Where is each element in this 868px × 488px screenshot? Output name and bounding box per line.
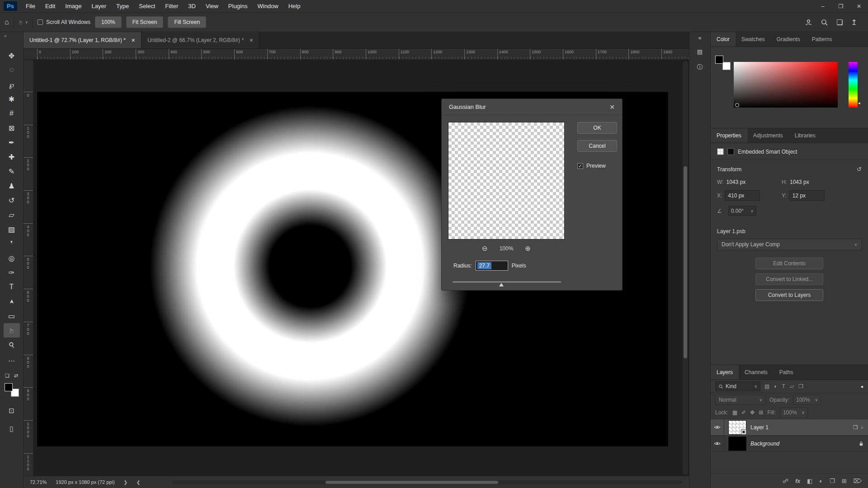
move-tool[interactable]: ✥	[4, 48, 20, 63]
layer-name[interactable]: Layer 1	[750, 424, 769, 431]
close-tab-icon[interactable]: ✕	[131, 38, 135, 43]
slider-thumb[interactable]	[499, 283, 504, 286]
brush-tool[interactable]: ✎	[4, 164, 20, 178]
lock-paint-icon[interactable]: ✐	[741, 409, 746, 416]
cancel-button[interactable]: Cancel	[577, 140, 617, 152]
crop-tool[interactable]: #	[4, 106, 20, 121]
workspace-icon[interactable]: ❏	[836, 18, 843, 27]
menu-item[interactable]: 3D	[183, 0, 201, 12]
layer-comp-select[interactable]: Don't Apply Layer Comp ∨	[717, 239, 862, 250]
menu-item[interactable]: Edit	[40, 0, 60, 12]
dialog-titlebar[interactable]: Gaussian Blur ✕	[442, 99, 622, 115]
more-tools-button[interactable]: …	[4, 352, 20, 366]
color-picker-cursor[interactable]	[735, 103, 739, 107]
fill-screen-button[interactable]: Fill Screen	[168, 16, 206, 28]
toolbar-toggle-icon[interactable]: »	[0, 32, 7, 38]
ok-button[interactable]: OK	[577, 122, 617, 134]
scroll-left-icon[interactable]: ❮	[137, 480, 140, 485]
eraser-tool[interactable]: ▱	[4, 207, 20, 222]
chevron-down-icon[interactable]: ∨	[750, 209, 754, 213]
layer-thumbnail[interactable]	[728, 436, 746, 451]
menu-item[interactable]: Window	[252, 0, 283, 12]
zoom-level-field[interactable]: 72.71%	[30, 479, 47, 485]
panel-tab[interactable]: Gradients	[771, 32, 806, 47]
reset-transform-icon[interactable]: ↺	[857, 166, 862, 173]
scroll-all-windows-checkbox[interactable]: Scroll All Windows	[38, 19, 90, 25]
menu-item[interactable]: File	[21, 0, 40, 12]
eyedropper-tool[interactable]: ✒	[4, 135, 20, 150]
hue-slider-marker[interactable]: ◂	[858, 101, 860, 105]
layer-effects-icon[interactable]: fx	[795, 478, 800, 484]
chevron-down-icon[interactable]: ∨	[860, 425, 863, 430]
panel-tab[interactable]: Paths	[774, 365, 799, 380]
minimize-button[interactable]: –	[814, 0, 832, 13]
foreground-color-chip[interactable]	[5, 383, 13, 391]
horizontal-scrollbar[interactable]	[173, 480, 682, 484]
filter-kind-select[interactable]: Kind ∨	[715, 381, 760, 391]
saturation-brightness-picker[interactable]	[734, 62, 838, 108]
document-tab-2[interactable]: Untitled-2 @ 66.7% (Layer 2, RGB/8#) * ✕	[142, 32, 259, 48]
lock-artboard-icon[interactable]: ⊞	[759, 409, 763, 416]
opacity-field[interactable]: 100% ∨	[793, 395, 821, 405]
add-mask-icon[interactable]: ◧	[807, 478, 812, 484]
edit-contents-button[interactable]: Edit Contents	[755, 258, 823, 269]
color-panel-chips[interactable]	[715, 56, 731, 70]
panel-tab[interactable]: Adjustments	[747, 128, 789, 143]
filter-shape-icon[interactable]: ▱	[790, 383, 794, 389]
convert-to-linked-button[interactable]: Convert to Linked...	[755, 273, 823, 285]
quick-selection-tool[interactable]: ✱	[4, 92, 20, 106]
marquee-tool[interactable]: ◌	[4, 63, 20, 77]
lock-move-icon[interactable]: ✥	[750, 409, 755, 416]
layer-thumbnail[interactable]: ▣	[728, 420, 746, 435]
expand-panels-icon[interactable]: «	[698, 34, 701, 41]
menu-item[interactable]: View	[201, 0, 223, 12]
panel-tab[interactable]: Libraries	[789, 128, 821, 143]
filter-smart-object-icon[interactable]: ❒	[798, 383, 803, 389]
close-tab-icon[interactable]: ✕	[249, 38, 253, 43]
history-brush-tool[interactable]: ↺	[4, 193, 20, 207]
panel-tab[interactable]: Patterns	[806, 32, 838, 47]
path-selection-tool[interactable]: ➤	[4, 294, 20, 309]
menu-item[interactable]: Type	[111, 0, 134, 12]
close-button[interactable]: ✕	[850, 0, 868, 13]
panel-tab[interactable]: Channels	[739, 365, 774, 380]
filter-adjustment-icon[interactable]: ◐	[774, 383, 777, 389]
menu-item[interactable]: Image	[60, 0, 86, 12]
menu-item[interactable]: Plugins	[223, 0, 253, 12]
blend-mode-select[interactable]: Normal ∨	[715, 395, 766, 405]
dodge-tool[interactable]: ◎	[4, 251, 20, 265]
panel-tab[interactable]: Properties	[711, 128, 747, 143]
panel-tab[interactable]: Layers	[711, 365, 739, 380]
menu-item[interactable]: Layer	[87, 0, 112, 12]
info-panel-icon[interactable]: ⓘ	[697, 63, 703, 71]
blur-preview[interactable]	[448, 122, 565, 239]
menu-item[interactable]: Select	[134, 0, 160, 12]
y-field[interactable]: 12 px	[789, 190, 825, 201]
menu-item[interactable]: Help	[283, 0, 306, 12]
history-panel-icon[interactable]: ▤	[697, 48, 703, 55]
h-value[interactable]: 1043 px	[790, 179, 809, 185]
scrollbar-thumb[interactable]	[326, 481, 498, 484]
convert-to-layers-button[interactable]: Convert to Layers	[755, 289, 823, 301]
link-layers-icon[interactable]: ☍	[783, 478, 788, 484]
lock-transparency-icon[interactable]: ▦	[732, 409, 737, 416]
screen-mode-button[interactable]: ▯	[9, 425, 13, 433]
lasso-tool[interactable]: ℘	[4, 77, 20, 92]
x-field[interactable]: 410 px	[725, 190, 760, 201]
new-group-icon[interactable]: ❐	[830, 478, 835, 484]
frame-tool[interactable]: ⊠	[4, 121, 20, 135]
filter-type-icon[interactable]: T	[782, 383, 785, 389]
close-icon[interactable]: ✕	[609, 103, 615, 111]
swap-colors-icon[interactable]: ⇄	[14, 373, 18, 379]
layer-name[interactable]: Background	[750, 441, 779, 447]
restore-button[interactable]: ❐	[832, 0, 850, 13]
clone-stamp-tool[interactable]: ♟	[4, 178, 20, 193]
status-chevron-icon[interactable]: ❯	[124, 480, 127, 485]
hue-slider[interactable]	[849, 62, 858, 108]
radius-slider[interactable]	[453, 281, 561, 287]
visibility-toggle[interactable]	[711, 436, 724, 451]
panel-tab[interactable]: Color	[711, 32, 736, 47]
rectangle-tool[interactable]: ▭	[4, 309, 20, 323]
current-tool-preset[interactable]: ☞ ∨	[19, 19, 28, 25]
healing-brush-tool[interactable]: ✚	[4, 150, 20, 164]
